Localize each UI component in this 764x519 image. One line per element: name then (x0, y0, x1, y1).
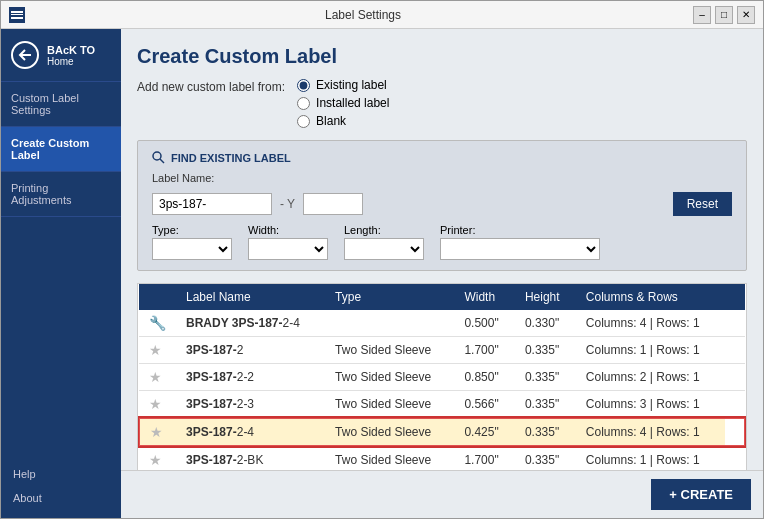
filter-row: Type: Width: Length: Printer: (152, 224, 732, 260)
label-name-input[interactable] (152, 193, 272, 215)
label-table: Label Name Type Width Height Columns & R… (137, 283, 747, 470)
app-icon (9, 7, 25, 23)
radio-blank[interactable]: Blank (297, 114, 389, 128)
reset-button[interactable]: Reset (673, 192, 732, 216)
results-table: Label Name Type Width Height Columns & R… (138, 284, 746, 470)
svg-line-6 (160, 159, 164, 163)
row-height: 0.335" (515, 364, 576, 391)
radio-group: Existing label Installed label Blank (297, 78, 389, 128)
y-input[interactable] (303, 193, 363, 215)
content: Create Custom Label Add new custom label… (121, 29, 763, 470)
table-row[interactable]: ★3PS-187-2-3Two Sided Sleeve0.566"0.335"… (139, 391, 745, 419)
row-icon: ★ (139, 418, 176, 446)
table-row[interactable]: ★3PS-187-2-BKTwo Sided Sleeve1.700"0.335… (139, 446, 745, 470)
svg-point-5 (153, 152, 161, 160)
star-icon[interactable]: ★ (149, 396, 162, 412)
col-scroll (725, 284, 745, 310)
back-circle-icon (11, 41, 39, 69)
width-filter: Width: (248, 224, 328, 260)
row-type: Two Sided Sleeve (325, 364, 454, 391)
sidebar-item-about[interactable]: About (9, 486, 113, 510)
table-row[interactable]: ★3PS-187-2Two Sided Sleeve1.700"0.335"Co… (139, 337, 745, 364)
sidebar-nav: Custom Label Settings Create Custom Labe… (1, 82, 121, 217)
table-row[interactable]: 🔧BRADY 3PS-187-2-40.500"0.330"Columns: 4… (139, 310, 745, 337)
row-icon: ★ (139, 391, 176, 419)
col-label-name: Label Name (176, 284, 325, 310)
row-label-name: 3PS-187-2-BK (176, 446, 325, 470)
table-row[interactable]: ★3PS-187-2-2Two Sided Sleeve0.850"0.335"… (139, 364, 745, 391)
row-type: Two Sided Sleeve (325, 446, 454, 470)
table-body: 🔧BRADY 3PS-187-2-40.500"0.330"Columns: 4… (139, 310, 745, 470)
row-type: Two Sided Sleeve (325, 418, 454, 446)
sidebar: BAcK TO Home Custom Label Settings Creat… (1, 29, 121, 518)
search-panel-title: FIND EXISTING LABEL (152, 151, 732, 164)
table-header-row: Label Name Type Width Height Columns & R… (139, 284, 745, 310)
width-select[interactable] (248, 238, 328, 260)
row-icon: ★ (139, 446, 176, 470)
header-section: Add new custom label from: Existing labe… (137, 78, 747, 128)
page-title: Create Custom Label (137, 45, 747, 68)
col-icon (139, 284, 176, 310)
star-icon[interactable]: ★ (149, 369, 162, 385)
footer: + CREATE (121, 470, 763, 518)
row-width: 0.425" (454, 418, 515, 446)
printer-select[interactable] (440, 238, 600, 260)
radio-existing[interactable]: Existing label (297, 78, 389, 92)
sidebar-item-custom-label-settings[interactable]: Custom Label Settings (1, 82, 121, 127)
type-select[interactable] (152, 238, 232, 260)
row-cols-rows: Columns: 2 | Rows: 1 (576, 364, 725, 391)
star-icon[interactable]: ★ (149, 342, 162, 358)
main-window: Label Settings – □ ✕ BAcK TO Home (0, 0, 764, 519)
sidebar-item-help[interactable]: Help (9, 462, 113, 486)
sidebar-item-create-custom-label[interactable]: Create Custom Label (1, 127, 121, 172)
col-type: Type (325, 284, 454, 310)
row-height: 0.335" (515, 418, 576, 446)
close-button[interactable]: ✕ (737, 6, 755, 24)
printer-label: Printer: (440, 224, 600, 236)
row-height: 0.330" (515, 310, 576, 337)
search-icon (152, 151, 165, 164)
restore-button[interactable]: □ (715, 6, 733, 24)
col-width: Width (454, 284, 515, 310)
col-cols-rows: Columns & Rows (576, 284, 725, 310)
row-label-name: 3PS-187-2-3 (176, 391, 325, 419)
star-icon[interactable]: ★ (149, 452, 162, 468)
label-name-input-row: - Y Reset (152, 192, 732, 216)
row-type (325, 310, 454, 337)
row-icon: ★ (139, 364, 176, 391)
row-cols-rows: Columns: 1 | Rows: 1 (576, 446, 725, 470)
length-filter: Length: (344, 224, 424, 260)
row-width: 1.700" (454, 337, 515, 364)
back-button[interactable]: BAcK TO Home (1, 29, 121, 82)
back-text: BAcK TO Home (47, 44, 95, 67)
svg-rect-1 (11, 11, 23, 13)
length-select[interactable] (344, 238, 424, 260)
length-label: Length: (344, 224, 424, 236)
row-type: Two Sided Sleeve (325, 391, 454, 419)
minimize-button[interactable]: – (693, 6, 711, 24)
window-title: Label Settings (33, 8, 693, 22)
row-width: 1.700" (454, 446, 515, 470)
star-icon[interactable]: ★ (150, 424, 163, 440)
row-height: 0.335" (515, 337, 576, 364)
row-icon: ★ (139, 337, 176, 364)
subtitle: Add new custom label from: (137, 80, 285, 94)
type-label: Type: (152, 224, 232, 236)
table-row[interactable]: ★3PS-187-2-4Two Sided Sleeve0.425"0.335"… (139, 418, 745, 446)
row-cols-rows: Columns: 1 | Rows: 1 (576, 337, 725, 364)
window-controls: – □ ✕ (693, 6, 755, 24)
row-width: 0.566" (454, 391, 515, 419)
printer-filter: Printer: (440, 224, 600, 260)
row-cols-rows: Columns: 4 | Rows: 1 (576, 310, 725, 337)
col-height: Height (515, 284, 576, 310)
sidebar-item-printing-adjustments[interactable]: Printing Adjustments (1, 172, 121, 217)
row-label-name: 3PS-187-2-4 (176, 418, 325, 446)
row-cols-rows: Columns: 4 | Rows: 1 (576, 418, 725, 446)
separator: - Y (280, 197, 295, 211)
radio-installed[interactable]: Installed label (297, 96, 389, 110)
label-name-label: Label Name: (152, 172, 214, 184)
row-label-name: 3PS-187-2 (176, 337, 325, 364)
create-button[interactable]: + CREATE (651, 479, 751, 510)
row-height: 0.335" (515, 391, 576, 419)
row-cols-rows: Columns: 3 | Rows: 1 (576, 391, 725, 419)
